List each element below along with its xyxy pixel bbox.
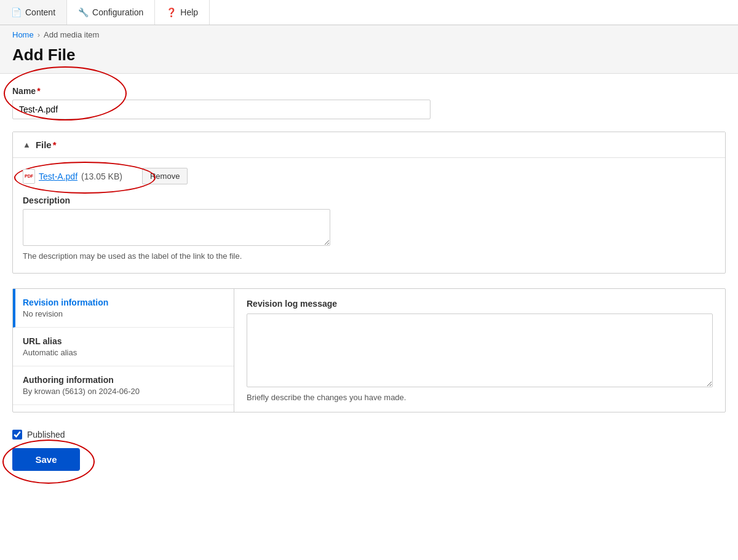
save-btn-wrapper: Save [12,448,726,471]
nav-configuration[interactable]: 🔧 Configuration [67,0,155,25]
description-hint: The description may be used as the label… [23,251,715,261]
sidebar-url-title[interactable]: URL alias [23,336,224,346]
sidebar-authoring-subtitle: By krowan (5613) on 2024-06-20 [23,387,224,396]
footer-actions: Published Save [12,427,726,473]
sidebar-item-authoring[interactable]: Authoring information By krowan (5613) o… [13,366,234,405]
name-field-wrapper: Name* [12,86,430,119]
remove-button[interactable]: Remove [142,168,188,184]
sidebar-item-revision[interactable]: Revision information No revision [13,289,234,328]
revision-log-hint: Briefly describe the changes you have ma… [247,393,713,402]
sidebar-url-subtitle: Automatic alias [23,348,224,357]
sidebar-authoring-title[interactable]: Authoring information [23,375,224,385]
file-section-body: Test-A.pdf (13.05 KB) Remove Description… [13,158,725,273]
nav-help-label: Help [180,7,198,17]
name-input[interactable] [12,100,430,119]
revision-main-panel: Revision log message Briefly describe th… [234,289,725,412]
breadcrumb-bar: Home › Add media item Add File [0,25,738,74]
sidebar-item-url-alias[interactable]: URL alias Automatic alias [13,328,234,366]
bottom-section: Revision information No revision URL ali… [12,288,726,412]
name-label: Name* [12,86,430,96]
help-icon: ❓ [166,7,177,17]
file-size: (13.05 KB) [81,172,122,181]
sidebar-revision-subtitle: No revision [23,309,224,318]
content-icon: 📄 [11,7,22,17]
save-button[interactable]: Save [12,448,80,471]
revision-log-label: Revision log message [247,299,713,309]
main-content: Name* ▲ File* Test-A.pdf (13.05 KB) Remo… [0,74,738,486]
sidebar-revision-title[interactable]: Revision information [23,298,224,307]
breadcrumb-home[interactable]: Home [12,30,34,39]
configuration-icon: 🔧 [78,7,89,17]
file-name-link[interactable]: Test-A.pdf [39,172,77,181]
description-label: Description [23,195,715,205]
nav-configuration-label: Configuration [92,7,143,17]
file-section-header: ▲ File* [13,132,725,158]
breadcrumb-current: Add media item [44,30,99,39]
nav-help[interactable]: ❓ Help [155,0,210,25]
breadcrumb: Home › Add media item [12,30,726,39]
revision-log-textarea[interactable] [247,314,713,387]
name-field-group: Name* [12,86,726,119]
breadcrumb-separator: › [38,30,40,39]
nav-content-label: Content [25,7,55,17]
published-label[interactable]: Published [27,430,65,440]
chevron-up-icon: ▲ [23,140,31,149]
file-row: Test-A.pdf (13.05 KB) Remove [23,168,715,184]
top-nav: 📄 Content 🔧 Configuration ❓ Help [0,0,738,25]
page-title: Add File [12,39,726,73]
description-input[interactable] [23,209,330,246]
nav-content[interactable]: 📄 Content [0,0,67,25]
sidebar-panel: Revision information No revision URL ali… [13,289,234,412]
file-link-area: Test-A.pdf (13.05 KB) [23,169,122,184]
pdf-icon [23,169,35,184]
file-section-label: File* [36,140,57,150]
published-row: Published [12,430,726,440]
file-section-card: ▲ File* Test-A.pdf (13.05 KB) Remove Des… [12,132,726,274]
published-checkbox[interactable] [12,430,22,440]
